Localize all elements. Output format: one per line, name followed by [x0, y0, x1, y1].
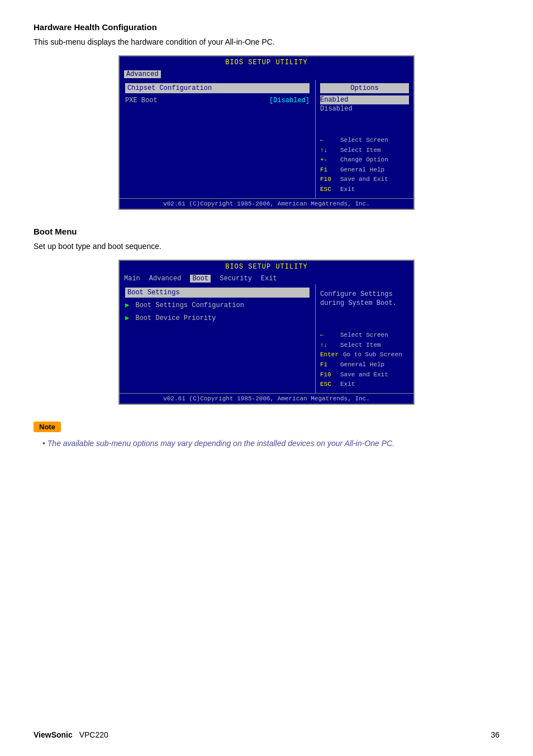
key-line-5: ESC Exit	[320, 185, 409, 195]
key-action-4: Save and Exit	[340, 175, 388, 185]
bios-row-pxe: PXE Boot [Disabled]	[125, 95, 310, 106]
arrow-icon-1: ▶	[125, 302, 129, 309]
footer-page: 36	[491, 730, 499, 739]
key-plusminus: +-	[320, 155, 336, 165]
section1-desc: This sub-menu displays the hardware cond…	[34, 37, 499, 46]
bios-nav-advanced[interactable]: Advanced	[149, 275, 182, 283]
section1-title: Hardware Health Configuration	[34, 22, 499, 32]
hardware-health-section: Hardware Health Configuration This sub-m…	[34, 22, 499, 210]
boot-key-f10: F10	[320, 370, 336, 380]
key-line-3: F1 General Help	[320, 165, 409, 175]
bios-title-2: BIOS SETUP UTILITY	[120, 261, 413, 273]
bios-body-2: Boot Settings ▶ Boot Settings Configurat…	[120, 284, 413, 393]
bios-nav-2: Main Advanced Boot Security Exit	[120, 273, 413, 284]
bios-value-pxe: [Disabled]	[269, 97, 310, 104]
boot-key-action-0: Select Screen	[340, 331, 388, 341]
key-action-3: General Help	[340, 165, 384, 175]
bios-right-2: Configure Settings during System Boot. ←…	[316, 284, 413, 393]
bios-title-1: BIOS SETUP UTILITY	[120, 56, 413, 69]
arrow-icon-2: ▶	[125, 314, 129, 322]
footer-brand-model: ViewSonic VPC220	[34, 730, 108, 739]
bios-nav-boot[interactable]: Boot	[190, 275, 211, 283]
page-footer: ViewSonic VPC220 36	[34, 730, 499, 739]
key-action-5: Exit	[340, 185, 355, 195]
bios-screen-2: BIOS SETUP UTILITY Main Advanced Boot Se…	[118, 260, 415, 405]
key-line-0: ← Select Screen	[320, 136, 409, 146]
boot-key-f1: F1	[320, 360, 336, 370]
section2-title: Boot Menu	[34, 227, 499, 236]
boot-right-help: Configure Settings during System Boot.	[320, 290, 409, 309]
boot-key-line-3: F1 General Help	[320, 360, 409, 370]
bios-nav-exit[interactable]: Exit	[261, 275, 277, 283]
note-section: Note The available sub-menu options may …	[34, 422, 499, 449]
section2-desc: Set up boot type and boot sequence.	[34, 242, 499, 251]
key-action-2: Change Option	[340, 155, 388, 165]
key-action-0: Select Screen	[340, 136, 388, 146]
bios-left-1: Chipset Configuration PXE Boot [Disabled…	[120, 80, 316, 198]
bios-footer-2: v02.61 (C)Copyright 1985-2006, American …	[120, 393, 413, 404]
key-line-4: F10 Save and Exit	[320, 175, 409, 185]
bios-footer-1: v02.61 (C)Copyright 1985-2006, American …	[120, 198, 413, 209]
bios-key-help-2: ← Select Screen ↑↓ Select Item Enter Go …	[320, 331, 409, 390]
bios-menu-label-1: Boot Settings Configuration	[135, 302, 244, 309]
bios-right-header-1: Options	[320, 83, 409, 93]
bios-option-enabled[interactable]: Enabled	[320, 95, 409, 104]
bios-nav-advanced[interactable]: Advanced	[124, 70, 161, 78]
bios-left-header-2: Boot Settings	[125, 288, 310, 298]
note-text: The available sub-menu options may vary …	[42, 438, 499, 449]
boot-key-action-1: Select Item	[340, 341, 381, 351]
bios-left-2: Boot Settings ▶ Boot Settings Configurat…	[120, 284, 316, 393]
bios-menu-label-2: Boot Device Priority	[135, 314, 216, 322]
bios-screen-1: BIOS SETUP UTILITY Advanced Chipset Conf…	[118, 55, 415, 210]
bios-label-pxe: PXE Boot	[125, 97, 269, 104]
boot-key-action-3: General Help	[340, 360, 384, 370]
key-arrow-lr: ←	[320, 136, 336, 146]
key-updown: ↑↓	[320, 146, 336, 156]
bios-key-help-1: ← Select Screen ↑↓ Select Item +- Change…	[320, 136, 409, 195]
boot-key-updown: ↑↓	[320, 341, 336, 351]
boot-menu-section: Boot Menu Set up boot type and boot sequ…	[34, 227, 499, 405]
bios-menu-item-2[interactable]: ▶ Boot Device Priority	[125, 313, 310, 323]
bios-nav-security[interactable]: Security	[220, 275, 252, 283]
boot-key-line-4: F10 Save and Exit	[320, 370, 409, 380]
footer-brand: ViewSonic	[34, 730, 73, 739]
boot-key-line-5: ESC Exit	[320, 380, 409, 390]
boot-key-enter: Enter	[320, 350, 339, 360]
boot-key-arrow: ←	[320, 331, 336, 341]
boot-key-action-2: Go to Sub Screen	[343, 350, 402, 360]
key-line-2: +- Change Option	[320, 155, 409, 165]
boot-key-line-2: Enter Go to Sub Screen	[320, 350, 409, 360]
bios-nav-main[interactable]: Main	[124, 275, 140, 283]
bios-right-1: Options Enabled Disabled ← Select Screen…	[316, 80, 413, 198]
boot-key-esc: ESC	[320, 380, 336, 390]
bios-menu-item-1[interactable]: ▶ Boot Settings Configuration	[125, 300, 310, 310]
boot-key-line-1: ↑↓ Select Item	[320, 341, 409, 351]
boot-key-action-5: Exit	[340, 380, 355, 390]
bios-nav-1: Advanced	[120, 69, 413, 80]
key-esc: ESC	[320, 185, 336, 195]
boot-key-line-0: ← Select Screen	[320, 331, 409, 341]
key-action-1: Select Item	[340, 146, 381, 156]
footer-model: VPC220	[79, 730, 108, 739]
key-line-1: ↑↓ Select Item	[320, 146, 409, 156]
bios-left-header-1: Chipset Configuration	[125, 83, 310, 93]
boot-key-action-4: Save and Exit	[340, 370, 388, 380]
key-f10: F10	[320, 175, 336, 185]
bios-option-disabled[interactable]: Disabled	[320, 104, 409, 113]
note-label: Note	[34, 422, 61, 432]
bios-body-1: Chipset Configuration PXE Boot [Disabled…	[120, 80, 413, 198]
key-f1: F1	[320, 165, 336, 175]
